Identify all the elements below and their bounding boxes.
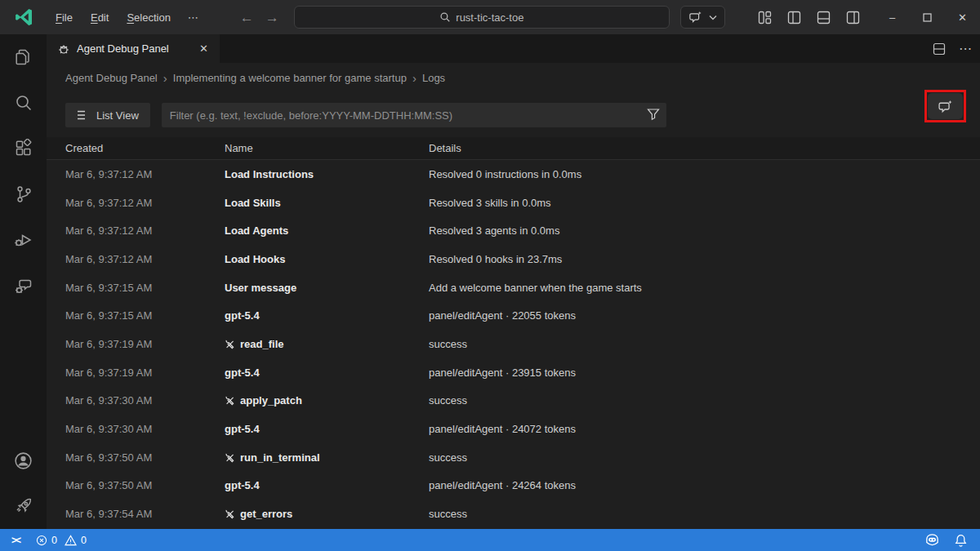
row-details: Resolved 3 skills in 0.0ms (429, 197, 980, 209)
log-toolbar: List View (47, 93, 980, 137)
status-bar: >< 0 0 (0, 529, 980, 551)
row-created: Mar 6, 9:37:12 AM (65, 253, 225, 265)
menu-selection[interactable]: Selection (118, 8, 179, 27)
copilot-status-icon[interactable] (924, 534, 940, 546)
row-name: User message (225, 282, 429, 294)
problems-indicator[interactable]: 0 0 (29, 535, 93, 546)
row-created: Mar 6, 9:37:54 AM (65, 508, 225, 520)
explorer-icon[interactable] (0, 34, 47, 80)
row-created: Mar 6, 9:37:30 AM (65, 423, 225, 435)
row-details: Resolved 0 instructions in 0.0ms (429, 168, 980, 180)
menu-file[interactable]: File (47, 8, 82, 27)
source-control-icon[interactable] (0, 171, 47, 217)
table-row[interactable]: Mar 6, 9:37:50 AM run_in_terminal succes… (47, 443, 980, 472)
vscode-window: File Edit Selection ⋯ ← → rust-tic-tac-t… (0, 0, 980, 551)
table-row[interactable]: Mar 6, 9:37:19 AM gpt-5.4 panel/editAgen… (47, 358, 980, 387)
table-row[interactable]: Mar 6, 9:37:12 AM Load Agents Resolved 3… (47, 216, 980, 245)
row-created: Mar 6, 9:37:12 AM (65, 197, 225, 209)
row-created: Mar 6, 9:37:19 AM (65, 367, 225, 379)
tools-icon (225, 452, 235, 463)
row-details: panel/editAgent · 22055 tokens (429, 309, 980, 322)
toggle-sidebar-right-icon[interactable] (842, 7, 863, 28)
rocket-icon[interactable] (0, 483, 47, 529)
split-editor-icon[interactable] (933, 42, 946, 56)
column-header-name: Name (225, 142, 429, 154)
table-row[interactable]: Mar 6, 9:37:50 AM gpt-5.4 panel/editAgen… (47, 472, 980, 500)
column-header-created: Created (65, 142, 225, 154)
chevron-right-icon: › (163, 72, 167, 84)
row-name: Load Skills (225, 197, 429, 209)
breadcrumb-item[interactable]: Logs (422, 72, 445, 84)
bell-icon[interactable] (955, 534, 967, 547)
row-details: Resolved 3 agents in 0.0ms (429, 224, 980, 237)
breadcrumb-item[interactable]: Agent Debug Panel (65, 72, 158, 84)
close-window-button[interactable]: ✕ (945, 0, 980, 34)
row-created: Mar 6, 9:37:19 AM (65, 338, 225, 350)
search-value: rust-tic-tac-toe (456, 11, 523, 24)
menu-overflow-button[interactable]: ⋯ (180, 8, 207, 27)
minimize-button[interactable]: – (875, 0, 910, 34)
vscode-logo-icon (0, 8, 47, 26)
maximize-button[interactable] (910, 0, 945, 34)
activity-bar (0, 34, 47, 529)
search-icon (439, 11, 451, 23)
back-arrow-icon[interactable]: ← (240, 11, 254, 24)
row-name: get_errors (225, 508, 429, 520)
error-icon (36, 535, 47, 546)
row-details: panel/editAgent · 24072 tokens (429, 423, 980, 435)
row-details: success (429, 394, 980, 407)
customize-layout-icon[interactable] (754, 7, 775, 28)
table-row[interactable]: Mar 6, 9:37:15 AM gpt-5.4 panel/editAgen… (47, 301, 980, 330)
run-debug-icon[interactable] (0, 217, 47, 263)
breadcrumb: Agent Debug Panel › Implementing a welco… (47, 63, 980, 93)
menu-edit[interactable]: Edit (82, 8, 118, 27)
row-created: Mar 6, 9:37:50 AM (65, 479, 225, 491)
table-row[interactable]: Mar 6, 9:37:12 AM Load Skills Resolved 3… (47, 189, 980, 217)
table-row[interactable]: Mar 6, 9:37:19 AM read_file success (47, 330, 980, 358)
row-name: Load Instructions (225, 168, 429, 180)
table-row[interactable]: Mar 6, 9:37:12 AM Load Hooks Resolved 0 … (47, 245, 980, 273)
table-row[interactable]: Mar 6, 9:37:15 AM User message Add a wel… (47, 273, 980, 302)
more-actions-icon[interactable]: ⋯ (959, 41, 972, 56)
column-header-details: Details (429, 142, 980, 154)
remote-indicator[interactable]: >< (0, 535, 29, 546)
toggle-panel-icon[interactable] (813, 7, 834, 28)
row-details: success (429, 508, 980, 520)
row-name: gpt-5.4 (225, 479, 429, 491)
list-view-label: List View (96, 109, 139, 122)
row-details: Resolved 0 hooks in 23.7ms (429, 253, 980, 265)
agent-debug-panel-icon[interactable] (0, 263, 47, 309)
breadcrumb-item[interactable]: Implementing a welcome banner for game s… (173, 72, 407, 84)
row-details: success (429, 451, 980, 464)
row-name: gpt-5.4 (225, 367, 429, 379)
filter-input[interactable] (162, 103, 666, 127)
table-row[interactable]: Mar 6, 9:37:30 AM gpt-5.4 panel/editAgen… (47, 415, 980, 443)
table-row[interactable]: Mar 6, 9:37:30 AM apply_patch success (47, 387, 980, 415)
log-table: Mar 6, 9:37:12 AM Load Instructions Reso… (47, 160, 980, 528)
new-chat-button[interactable] (928, 93, 963, 119)
tab-close-icon[interactable]: ✕ (196, 42, 212, 56)
table-header-row: Created Name Details (47, 137, 980, 160)
chevron-right-icon: › (412, 72, 416, 84)
table-row[interactable]: Mar 6, 9:37:54 AM get_errors success (47, 500, 980, 528)
row-name: Load Agents (225, 224, 429, 237)
extensions-icon[interactable] (0, 126, 47, 171)
editor-area: Agent Debug Panel ✕ ⋯ Agent Debug Panel … (47, 34, 980, 529)
forward-arrow-icon[interactable]: → (265, 11, 279, 24)
bug-icon (57, 42, 70, 56)
table-row[interactable]: Mar 6, 9:37:12 AM Load Instructions Reso… (47, 160, 980, 189)
row-created: Mar 6, 9:37:15 AM (65, 309, 225, 322)
filter-funnel-icon[interactable] (647, 108, 660, 121)
toggle-sidebar-left-icon[interactable] (783, 7, 804, 28)
command-center-search[interactable]: rust-tic-tac-toe (294, 6, 670, 29)
search-sidebar-icon[interactable] (0, 80, 47, 126)
account-icon[interactable] (0, 438, 47, 483)
row-details: panel/editAgent · 23915 tokens (429, 367, 980, 379)
row-name: read_file (225, 338, 429, 350)
list-view-button[interactable]: List View (65, 103, 150, 127)
error-count: 0 (51, 535, 57, 546)
warning-icon (65, 535, 77, 546)
row-created: Mar 6, 9:37:50 AM (65, 451, 225, 464)
copilot-chat-button[interactable] (680, 6, 725, 29)
tab-agent-debug-panel[interactable]: Agent Debug Panel ✕ (47, 34, 220, 63)
